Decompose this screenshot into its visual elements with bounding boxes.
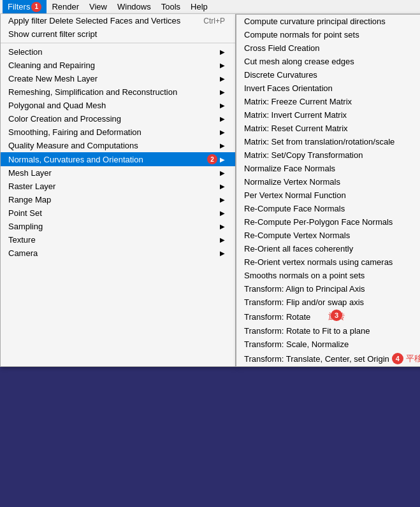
menu-item-range-map[interactable]: Range Map ▶ <box>1 193 235 206</box>
raster-label: Raster Layer <box>8 182 207 191</box>
compute-curvature-label: Compute curvature principal directions <box>244 17 386 26</box>
range-map-arrow: ▶ <box>220 196 225 203</box>
menu-item-mesh-layer[interactable]: Mesh Layer ▶ <box>1 166 235 180</box>
tools-label: Tools <box>161 2 180 11</box>
menu-item-show-script[interactable]: Show current filter script <box>1 27 235 41</box>
separator-1 <box>1 43 235 43</box>
smoothing-label: Smoothing, Fairing and Deformation <box>8 127 207 137</box>
submenu-item-cut-mesh[interactable]: Cut mesh along crease edges <box>236 55 420 68</box>
apply-filter-label: Apply filter Delete Selected Faces and V… <box>8 16 184 25</box>
view-label: View <box>89 2 107 11</box>
per-vertex-label: Per Vertex Normal Function <box>244 190 346 200</box>
transform-rotate-fit-label: Transform: Rotate to Fit to a plane <box>244 326 370 336</box>
filters-menu: Apply filter Delete Selected Faces and V… <box>0 14 236 367</box>
menu-item-remeshing[interactable]: Remeshing, Simplification and Reconstruc… <box>1 85 235 99</box>
reorient-all-label: Re-Orient all faces coherently <box>244 244 353 254</box>
menu-item-normals[interactable]: Normals, Curvatures and Orientation 2 ▶ <box>1 152 235 166</box>
submenu-item-transform-rotate-fit[interactable]: Transform: Rotate to Fit to a plane <box>236 324 420 338</box>
submenu-item-matrix-set-trans[interactable]: Matrix: Set from translation/rotation/sc… <box>236 135 420 148</box>
submenu-item-matrix-set-copy[interactable]: Matrix: Set/Copy Transformation <box>236 148 420 162</box>
translate-badge: 4 <box>392 353 403 364</box>
menubar-item-tools[interactable]: Tools <box>156 0 185 13</box>
remeshing-label: Remeshing, Simplification and Reconstruc… <box>8 87 207 97</box>
menu-item-texture[interactable]: Texture ▶ <box>1 233 235 246</box>
apply-filter-shortcut: Ctrl+P <box>203 17 225 25</box>
menu-item-create-mesh[interactable]: Create New Mesh Layer ▶ <box>1 72 235 85</box>
create-mesh-label: Create New Mesh Layer <box>8 74 207 83</box>
polygonal-label: Polygonal and Quad Mesh <box>8 101 207 110</box>
show-script-label: Show current filter script <box>8 29 225 39</box>
submenu-item-recompute-per-polygon[interactable]: Re-Compute Per-Polygon Face Normals <box>236 215 420 229</box>
help-label: Help <box>191 2 208 11</box>
normals-badge: 2 <box>207 154 217 164</box>
normals-submenu: Compute curvature principal directions C… <box>236 14 420 367</box>
remeshing-arrow: ▶ <box>220 89 225 96</box>
menubar: Filters 1 Render View Windows Tools Help <box>0 0 420 14</box>
menu-item-camera[interactable]: Camera ▶ <box>1 246 235 260</box>
submenu-item-matrix-reset[interactable]: Matrix: Reset Current Matrix <box>236 122 420 135</box>
submenu-item-transform-flip[interactable]: Transform: Flip and/or swap axis <box>236 296 420 309</box>
submenu-item-discrete-curvatures[interactable]: Discrete Curvatures <box>236 68 420 82</box>
mesh-layer-arrow: ▶ <box>220 169 225 176</box>
normalize-vertex-label: Normalize Vertex Normals <box>244 177 340 187</box>
cleaning-arrow: ▶ <box>220 62 225 69</box>
menu-item-selection[interactable]: Selection ▶ <box>1 45 235 59</box>
menu-item-color[interactable]: Color Creation and Processing ▶ <box>1 112 235 125</box>
range-map-label: Range Map <box>8 195 207 204</box>
menu-item-cleaning[interactable]: Cleaning and Repairing ▶ <box>1 59 235 72</box>
menu-item-apply-filter[interactable]: Apply filter Delete Selected Faces and V… <box>1 14 235 27</box>
submenu-item-transform-scale[interactable]: Transform: Scale, Normalize <box>236 338 420 351</box>
polygonal-arrow: ▶ <box>220 102 225 109</box>
submenu-item-recompute-vertex[interactable]: Re-Compute Vertex Normals <box>236 229 420 242</box>
texture-label: Texture <box>8 235 207 245</box>
discrete-curvatures-label: Discrete Curvatures <box>244 70 317 80</box>
submenu-item-transform-rotate[interactable]: Transform: Rotate 3 旋转 <box>236 309 420 324</box>
texture-arrow: ▶ <box>220 236 225 243</box>
submenu-item-invert-faces[interactable]: Invert Faces Orientation <box>236 82 420 95</box>
matrix-freeze-label: Matrix: Freeze Current Matrix <box>244 97 352 106</box>
quality-label: Quality Measure and Computations <box>8 141 207 150</box>
transform-rotate-label: Transform: Rotate <box>244 312 310 322</box>
menubar-item-render[interactable]: Render <box>47 0 84 13</box>
point-set-label: Point Set <box>8 208 207 218</box>
submenu-item-compute-normals[interactable]: Compute normals for point sets <box>236 28 420 41</box>
compute-normals-label: Compute normals for point sets <box>244 30 359 39</box>
color-arrow: ▶ <box>220 115 225 122</box>
submenu-item-per-vertex[interactable]: Per Vertex Normal Function <box>236 189 420 202</box>
submenu-item-recompute-face[interactable]: Re-Compute Face Normals <box>236 202 420 215</box>
submenu-item-normalize-vertex[interactable]: Normalize Vertex Normals <box>236 175 420 189</box>
submenu-item-reorient-all[interactable]: Re-Orient all faces coherently <box>236 242 420 255</box>
reorient-vertex-label: Re-Orient vertex normals using cameras <box>244 257 393 267</box>
camera-label: Camera <box>8 248 207 258</box>
selection-arrow: ▶ <box>220 48 225 55</box>
submenu-item-transform-align[interactable]: Transform: Align to Principal Axis <box>236 282 420 296</box>
quality-arrow: ▶ <box>220 142 225 149</box>
submenu-item-transform-translate[interactable]: Transform: Translate, Center, set Origin… <box>236 351 420 366</box>
smoothing-arrow: ▶ <box>220 129 225 136</box>
menu-item-polygonal[interactable]: Polygonal and Quad Mesh ▶ <box>1 99 235 112</box>
menubar-item-help[interactable]: Help <box>185 0 213 13</box>
submenu-item-smooths-normals[interactable]: Smooths normals on a point sets <box>236 269 420 282</box>
transform-flip-label: Transform: Flip and/or swap axis <box>244 297 364 307</box>
menu-item-sampling[interactable]: Sampling ▶ <box>1 220 235 233</box>
submenu-item-matrix-invert[interactable]: Matrix: Invert Current Matrix <box>236 108 420 122</box>
menubar-item-filters[interactable]: Filters 1 <box>3 0 47 13</box>
normals-label: Normals, Curvatures and Orientation <box>8 155 206 164</box>
windows-label: Windows <box>117 2 151 11</box>
menubar-item-view[interactable]: View <box>84 0 112 13</box>
selection-label: Selection <box>8 47 207 57</box>
menu-item-smoothing[interactable]: Smoothing, Fairing and Deformation ▶ <box>1 125 235 139</box>
transform-translate-label: Transform: Translate, Center, set Origin <box>244 354 389 364</box>
submenu-item-matrix-freeze[interactable]: Matrix: Freeze Current Matrix <box>236 95 420 108</box>
mesh-layer-label: Mesh Layer <box>8 168 207 178</box>
submenu-item-normalize-face[interactable]: Normalize Face Normals <box>236 162 420 175</box>
menubar-item-windows[interactable]: Windows <box>112 0 156 13</box>
menu-item-point-set[interactable]: Point Set ▶ <box>1 206 235 220</box>
submenu-item-cross-field[interactable]: Cross Field Creation <box>236 41 420 55</box>
menu-item-quality[interactable]: Quality Measure and Computations ▶ <box>1 139 235 152</box>
submenu-item-compute-curvature[interactable]: Compute curvature principal directions <box>236 15 420 28</box>
normalize-face-label: Normalize Face Normals <box>244 164 335 173</box>
submenu-item-reorient-vertex[interactable]: Re-Orient vertex normals using cameras <box>236 255 420 269</box>
filters-label: Filters <box>8 2 30 11</box>
menu-item-raster[interactable]: Raster Layer ▶ <box>1 180 235 193</box>
